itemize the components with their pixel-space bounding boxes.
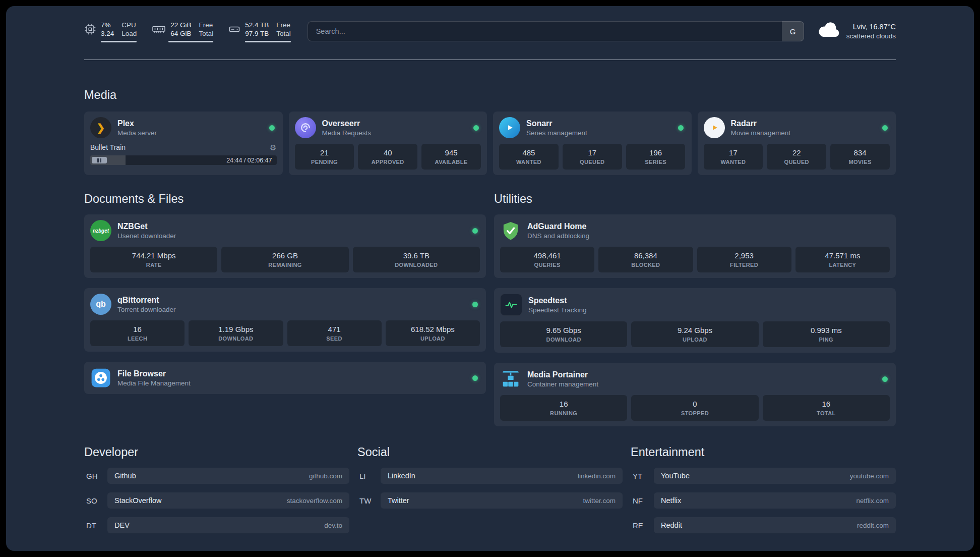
filebrowser-icon	[90, 367, 111, 388]
status-dot	[472, 228, 478, 234]
service-description: DNS and adblocking	[527, 232, 589, 240]
stat-download: 1.19 Gbps DOWNLOAD	[189, 320, 283, 346]
bookmark-abbr: SO	[84, 492, 107, 509]
bookmark-linkedin[interactable]: LI LinkedIn linkedin.com	[357, 468, 623, 484]
stat-downloaded: 39.6 TB DOWNLOADED	[353, 247, 480, 272]
bookmark-youtube[interactable]: YT YouTube youtube.com	[631, 468, 896, 484]
stat-latency: 47.571 ms LATENCY	[795, 247, 890, 272]
bookmark-name: StackOverflow	[114, 496, 161, 505]
stat-seed: 471 SEED	[287, 320, 382, 346]
stat-available: 945 AVAILABLE	[421, 144, 481, 170]
sonarr-icon	[499, 117, 520, 138]
radarr-icon	[704, 117, 725, 138]
portainer-crane-icon	[500, 368, 521, 389]
gear-icon[interactable]: ⚙	[270, 144, 276, 151]
service-description: Media File Management	[117, 379, 191, 387]
disk-total-label: Total	[276, 29, 291, 38]
service-card-portainer[interactable]: Media Portainer Container management 16 …	[494, 363, 896, 426]
service-name: AdGuard Home	[527, 221, 589, 232]
service-name: Radarr	[731, 119, 791, 129]
stat-approved: 40 APPROVED	[358, 144, 417, 170]
playback-progress-bar[interactable]: 24:44 / 02:06:47	[90, 155, 277, 165]
section-title-utilities: Utilities	[494, 191, 896, 206]
nzbget-wordmark: nzbget	[93, 228, 109, 234]
service-name: Media Portainer	[527, 370, 598, 380]
bookmark-name: Reddit	[661, 521, 682, 529]
bookmark-twitter[interactable]: TW Twitter twitter.com	[357, 492, 623, 509]
memory-ram-icon	[152, 23, 166, 35]
status-dot	[472, 302, 478, 307]
bookmark-abbr: LI	[357, 468, 381, 484]
bookmark-name: Twitter	[388, 496, 409, 505]
service-card-speedtest[interactable]: Speedtest Speedtest Tracking 9.65 Gbps D…	[494, 288, 896, 353]
service-name: File Browser	[117, 369, 191, 379]
nzbget-icon: nzbget	[90, 220, 111, 241]
service-description: Torrent downloader	[117, 305, 176, 314]
bookmark-domain: reddit.com	[857, 522, 889, 529]
bookmark-name: DEV	[114, 521, 130, 529]
stat-running: 16 RUNNING	[500, 395, 627, 421]
bookmark-github[interactable]: GH Github github.com	[84, 468, 349, 484]
utilities-column: Utilities AdGuard Home DNS and adblockin…	[494, 191, 896, 426]
service-card-sonarr[interactable]: Sonarr Series management 485 WANTED 17 Q…	[493, 112, 692, 175]
section-title-social: Social	[357, 444, 623, 460]
cpu-percent: 7%	[101, 21, 114, 29]
plex-icon: ❯	[90, 117, 111, 138]
cloud-icon	[817, 22, 840, 41]
stat-blocked: 86,384 BLOCKED	[598, 247, 693, 272]
service-name: qBittorrent	[117, 295, 176, 305]
service-card-radarr[interactable]: Radarr Movie management 17 WANTED 22 QUE…	[698, 112, 896, 175]
topbar-divider	[84, 60, 896, 60]
bookmark-name: Netflix	[661, 496, 681, 505]
memory-usage-bar	[168, 41, 213, 42]
stat-leech: 16 LEECH	[90, 320, 185, 346]
service-card-plex[interactable]: ❯ Plex Media server Bullet Train ⚙ 24:44…	[84, 112, 283, 175]
disk-drive-icon	[228, 23, 240, 35]
cpu-widget: 7% 3.24 CPU Load	[84, 21, 137, 42]
stat-ping: 0.993 ms PING	[763, 321, 890, 347]
service-card-adguard[interactable]: AdGuard Home DNS and adblocking 498,461 …	[494, 214, 896, 278]
service-card-overseerr[interactable]: Overseerr Media Requests 21 PENDING 40 A…	[289, 112, 487, 175]
bookmark-domain: youtube.com	[850, 472, 889, 480]
bookmark-netflix[interactable]: NF Netflix netflix.com	[631, 492, 896, 509]
service-name: NZBGet	[117, 221, 176, 232]
disk-usage-bar	[245, 41, 291, 42]
search-provider-button[interactable]: G	[782, 21, 804, 41]
service-card-qbittorrent[interactable]: qb qBittorrent Torrent downloader 16	[84, 288, 486, 352]
now-playing-title: Bullet Train	[90, 143, 126, 151]
bookmark-abbr: YT	[631, 468, 654, 484]
service-description: Container management	[527, 380, 598, 388]
disk-free-label: Free	[276, 21, 291, 29]
topbar: 7% 3.24 CPU Load 22 GiB 6	[84, 18, 896, 44]
stat-pending: 21 PENDING	[295, 144, 354, 170]
bookmark-group-entertainment: Entertainment YT YouTube youtube.com NF …	[631, 444, 896, 533]
dashboard-panel: 7% 3.24 CPU Load 22 GiB 6	[6, 6, 974, 551]
status-dot	[882, 376, 888, 382]
service-card-filebrowser[interactable]: File Browser Media File Management	[84, 362, 486, 394]
service-description: Movie management	[731, 129, 791, 137]
service-card-nzbget[interactable]: nzbget NZBGet Usenet downloader 744.21 M…	[84, 214, 486, 278]
cpu-usage-bar	[101, 41, 137, 42]
cpu-label: CPU	[121, 21, 137, 29]
pause-button[interactable]	[92, 157, 107, 163]
qbittorrent-icon: qb	[90, 294, 111, 315]
stat-remaining: 266 GB REMAINING	[221, 247, 348, 272]
memory-widget: 22 GiB 64 GiB Free Total	[152, 21, 213, 42]
service-description: Media server	[117, 129, 157, 137]
stat-stopped: 0 STOPPED	[631, 395, 758, 421]
bookmark-stackoverflow[interactable]: SO StackOverflow stackoverflow.com	[84, 492, 349, 509]
weather-widget: Lviv, 16.87°C scattered clouds	[817, 22, 896, 41]
qbittorrent-wordmark: qb	[96, 300, 106, 309]
bookmark-abbr: DT	[84, 517, 107, 533]
search-input[interactable]	[308, 21, 804, 41]
bookmark-dev[interactable]: DT DEV dev.to	[84, 517, 349, 533]
bookmark-reddit[interactable]: RE Reddit reddit.com	[631, 517, 896, 533]
stat-queued: 22 QUEUED	[767, 144, 826, 170]
stat-queued: 17 QUEUED	[563, 144, 622, 170]
stat-wanted: 17 WANTED	[704, 144, 763, 170]
service-name: Plex	[117, 119, 157, 129]
adguard-shield-icon	[500, 220, 521, 241]
stat-upload: 618.52 Mbps UPLOAD	[386, 320, 480, 346]
bookmark-domain: twitter.com	[583, 497, 616, 505]
status-dot	[472, 375, 478, 381]
